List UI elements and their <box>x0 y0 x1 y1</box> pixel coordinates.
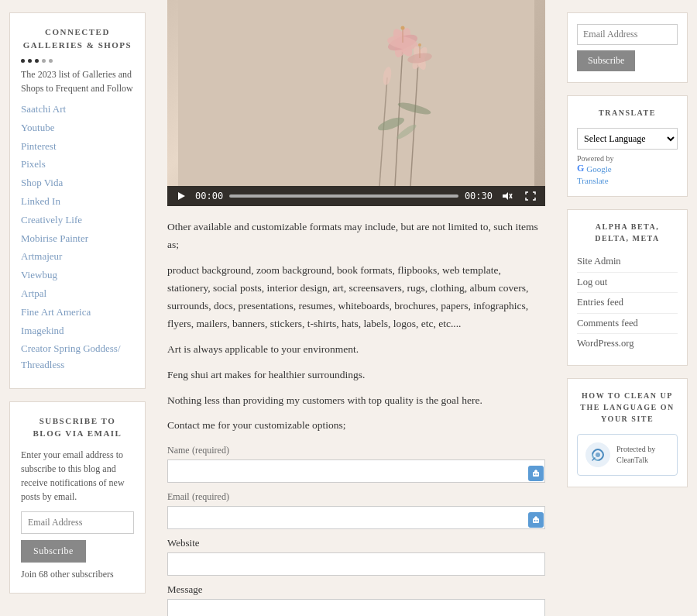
message-textarea[interactable] <box>167 599 545 616</box>
link-shop-vida[interactable]: Shop Vida <box>21 175 134 191</box>
svg-point-26 <box>537 473 538 475</box>
name-input-wrapper <box>167 459 545 483</box>
subscribe-widget-right: Subscribe <box>567 12 688 83</box>
video-placeholder <box>167 0 545 186</box>
alpha-widget: ALPHA BETA,DELTA, META Site Admin Log ou… <box>567 209 688 366</box>
flower-illustration <box>167 0 545 186</box>
message-label: Message <box>167 583 545 596</box>
paragraph-2: product background, zoom background, boo… <box>167 262 545 333</box>
translate-title: TRANSLATE <box>577 107 678 119</box>
link-artmajeur[interactable]: Artmajeur <box>21 249 134 265</box>
dot-4 <box>42 59 46 63</box>
comment-form: Name (required) Email (required) <box>167 444 545 616</box>
cleantalk-title: HOW TO CLEAN UPTHE LANGUAGE ONYOUR SITE <box>577 390 678 425</box>
svg-marker-20 <box>503 192 508 200</box>
svg-point-16 <box>401 26 405 30</box>
link-pinterest[interactable]: Pinterest <box>21 139 134 155</box>
link-mobirise[interactable]: Mobirise Painter <box>21 231 134 247</box>
subscribe-button-left[interactable]: Subscribe <box>21 540 86 563</box>
link-youtube[interactable]: Youtube <box>21 120 134 136</box>
link-creatively-life[interactable]: Creatively Life <box>21 212 134 229</box>
google-translate-link[interactable]: G Google <box>577 163 678 174</box>
paragraph-6: Contact me for your customizable options… <box>167 417 545 435</box>
subscribers-count: Join 68 other subscribers <box>21 569 134 580</box>
link-comments-feed[interactable]: Comments feed <box>577 314 678 335</box>
dot-5 <box>49 59 53 63</box>
website-input-wrapper <box>167 552 545 576</box>
link-artpal[interactable]: Artpal <box>21 286 134 302</box>
galleries-intro: The 2023 list of Galleries and Shops to … <box>21 67 134 95</box>
link-wordpress-org[interactable]: WordPress.org <box>577 334 678 354</box>
link-imagekind[interactable]: Imagekind <box>21 323 134 339</box>
video-container: 00:00 00:30 <box>167 0 545 206</box>
svg-rect-29 <box>534 517 537 519</box>
fullscreen-button[interactable] <box>522 190 539 202</box>
svg-point-25 <box>534 473 536 475</box>
email-input-right[interactable] <box>577 24 678 45</box>
website-input[interactable] <box>167 552 545 576</box>
website-label: Website <box>167 537 545 549</box>
svg-point-31 <box>537 520 538 521</box>
language-select[interactable]: Select Language <box>577 128 678 150</box>
link-saatchi-art[interactable]: Saatchi Art <box>21 102 134 118</box>
link-fine-art-america[interactable]: Fine Art America <box>21 305 134 321</box>
svg-point-30 <box>534 520 536 521</box>
cleantalk-description: Protected by CleanTalk <box>616 444 669 466</box>
subscribe-button-right[interactable]: Subscribe <box>577 50 635 71</box>
cleantalk-logo <box>585 442 610 467</box>
link-linked-in[interactable]: Linked In <box>21 194 134 210</box>
svg-rect-24 <box>534 470 537 473</box>
link-viewbug[interactable]: Viewbug <box>21 267 134 284</box>
subscribe-title-left: SUBSCRIBE TOBLOG VIA EMAIL <box>21 415 134 440</box>
subscribe-widget-left: SUBSCRIBE TOBLOG VIA EMAIL Enter your em… <box>9 401 146 594</box>
link-site-admin[interactable]: Site Admin <box>577 252 678 273</box>
svg-rect-0 <box>178 0 534 186</box>
cleantalk-inner: Protected by CleanTalk <box>577 434 678 476</box>
name-input[interactable] <box>167 459 545 483</box>
galleries-title: CONNECTED GALLERIES & SHOPS <box>21 26 134 51</box>
robot-icon-email <box>528 512 544 528</box>
mute-button[interactable] <box>499 190 516 202</box>
email-input-wrapper <box>167 506 545 529</box>
email-input-left[interactable] <box>21 511 134 534</box>
alpha-title: ALPHA BETA,DELTA, META <box>577 221 678 244</box>
email-label: Email (required) <box>167 490 545 503</box>
cleantalk-widget: HOW TO CLEAN UPTHE LANGUAGE ONYOUR SITE … <box>567 378 688 487</box>
link-creator-spring[interactable]: Creator Spring Goddess/ Threadless <box>21 341 134 373</box>
paragraph-1: Other available and customizable formats… <box>167 219 545 254</box>
duration: 00:30 <box>465 191 493 201</box>
paragraph-5: Nothing less than providing my customers… <box>167 392 545 410</box>
svg-marker-19 <box>178 192 185 200</box>
powered-by-text: Powered by G Google Translate <box>577 154 678 185</box>
main-content: 00:00 00:30 <box>155 0 558 616</box>
dot-1 <box>21 59 25 63</box>
translate-widget: TRANSLATE Select Language Powered by G G… <box>567 95 688 197</box>
email-input-form[interactable] <box>167 506 545 529</box>
galleries-widget: CONNECTED GALLERIES & SHOPS The 2023 lis… <box>9 12 146 389</box>
current-time: 00:00 <box>195 191 223 201</box>
svg-point-18 <box>418 43 421 46</box>
video-controls: 00:00 00:30 <box>167 186 545 206</box>
translate-link[interactable]: Translate <box>577 176 678 185</box>
dot-2 <box>28 59 32 63</box>
paragraph-4: Feng shui art makes for healthier surrou… <box>167 367 545 384</box>
paragraph-3: Art is always applicable to your environ… <box>167 341 545 359</box>
progress-bar[interactable] <box>229 194 458 198</box>
name-label: Name (required) <box>167 444 545 456</box>
sidebar-right: Subscribe TRANSLATE Select Language Powe… <box>558 0 697 616</box>
link-log-out[interactable]: Log out <box>577 273 678 294</box>
svg-point-34 <box>596 453 600 457</box>
play-button[interactable] <box>173 190 189 202</box>
subscribe-description-left: Enter your email address to subscribe to… <box>21 448 134 504</box>
robot-icon-name <box>528 466 544 481</box>
sidebar-left: CONNECTED GALLERIES & SHOPS The 2023 lis… <box>0 0 155 616</box>
link-pixels[interactable]: Pixels <box>21 157 134 173</box>
dot-3 <box>35 59 39 63</box>
link-entries-feed[interactable]: Entries feed <box>577 293 678 314</box>
